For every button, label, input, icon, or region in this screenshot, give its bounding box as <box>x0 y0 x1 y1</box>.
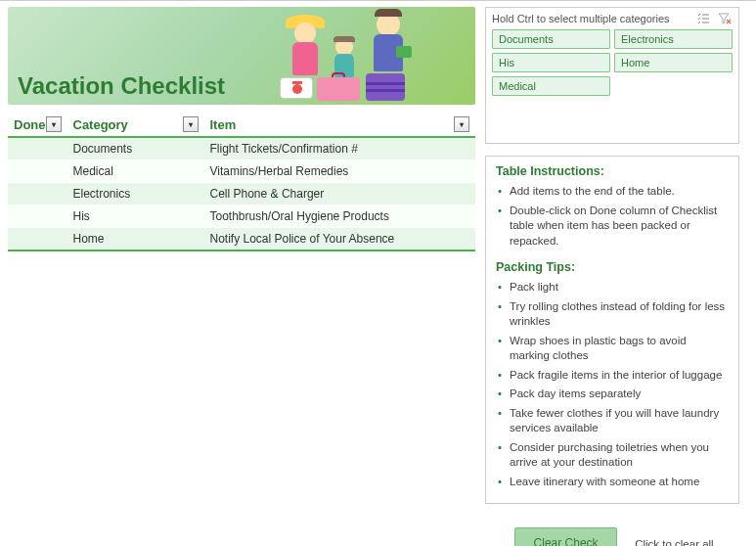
checklist-table: Done ▾ Category ▾ Item ▾ <box>8 113 475 251</box>
item-cell: Notify Local Police of Your Absence <box>204 228 476 251</box>
tip-item: Try rolling clothes instead of folding f… <box>496 299 729 330</box>
category-cell: Documents <box>67 137 204 160</box>
instruction-item: Add items to the end of the table. <box>496 184 729 200</box>
table-instructions-title: Table Instructions: <box>496 164 729 178</box>
category-cell: Electronics <box>67 183 204 205</box>
table-row: MedicalVitamins/Herbal Remedies <box>8 160 475 183</box>
clear-filter-icon[interactable] <box>717 12 733 25</box>
done-cell[interactable] <box>8 205 67 228</box>
tip-item: Pack light <box>496 280 729 296</box>
page-title: Vacation Checklist <box>18 72 225 100</box>
col-header-done: Done <box>14 117 46 132</box>
multiselect-icon[interactable] <box>695 12 711 25</box>
tip-item: Wrap shoes in plastic bags to avoid mark… <box>496 334 729 364</box>
done-cell[interactable] <box>8 160 67 183</box>
done-cell[interactable] <box>8 228 67 251</box>
hero-banner: Vacation Checklist <box>8 7 475 105</box>
slicer-item[interactable]: Electronics <box>614 29 733 49</box>
slicer-item[interactable]: His <box>492 53 610 72</box>
slicer-item[interactable]: Home <box>614 53 733 72</box>
slicer-item[interactable]: Medical <box>492 76 610 96</box>
item-cell: Vitamins/Herbal Remedies <box>204 160 476 183</box>
clear-check-marks-button[interactable]: Clear Check Marks <box>514 527 617 546</box>
slicer-hint: Hold Ctrl to select multiple categories <box>492 13 670 24</box>
table-row: ElectronicsCell Phone & Charger <box>8 183 475 205</box>
tip-item: Take fewer clothes if you will have laun… <box>496 406 729 436</box>
table-row: HisToothbrush/Oral Hygiene Products <box>8 205 475 228</box>
category-cell: Home <box>67 228 204 251</box>
slicer-item[interactable]: Documents <box>492 29 610 49</box>
category-slicer: Hold Ctrl to select multiple categories … <box>485 7 739 144</box>
tip-item: Pack day items separately <box>496 387 729 402</box>
instruction-item: Double-click on Done column of Checklist… <box>496 204 729 250</box>
done-cell[interactable] <box>8 183 67 205</box>
instructions-panel: Table Instructions: Add items to the end… <box>485 156 739 504</box>
item-cell: Flight Tickets/Confirmation # <box>204 137 476 160</box>
filter-button-category[interactable]: ▾ <box>183 116 199 132</box>
col-header-category: Category <box>73 117 128 132</box>
item-cell: Cell Phone & Charger <box>204 183 476 205</box>
filter-button-item[interactable]: ▾ <box>454 116 469 132</box>
clear-hint-text: Click to clear all checkmarks <box>635 538 739 546</box>
tip-item: Pack fragile items in the interior of lu… <box>496 368 729 384</box>
tip-item: Consider purchasing toiletries when you … <box>496 440 729 471</box>
family-illustration <box>280 7 456 105</box>
tip-item: Leave itinerary with someone at home <box>496 475 729 490</box>
category-cell: His <box>67 205 204 228</box>
packing-tips-title: Packing Tips: <box>496 260 729 274</box>
item-cell: Toothbrush/Oral Hygiene Products <box>204 205 476 228</box>
done-cell[interactable] <box>8 137 67 160</box>
table-row: HomeNotify Local Police of Your Absence <box>8 228 475 251</box>
filter-button-done[interactable]: ▾ <box>46 116 62 132</box>
category-cell: Medical <box>67 160 204 183</box>
table-row: DocumentsFlight Tickets/Confirmation # <box>8 137 475 160</box>
col-header-item: Item <box>210 117 237 132</box>
